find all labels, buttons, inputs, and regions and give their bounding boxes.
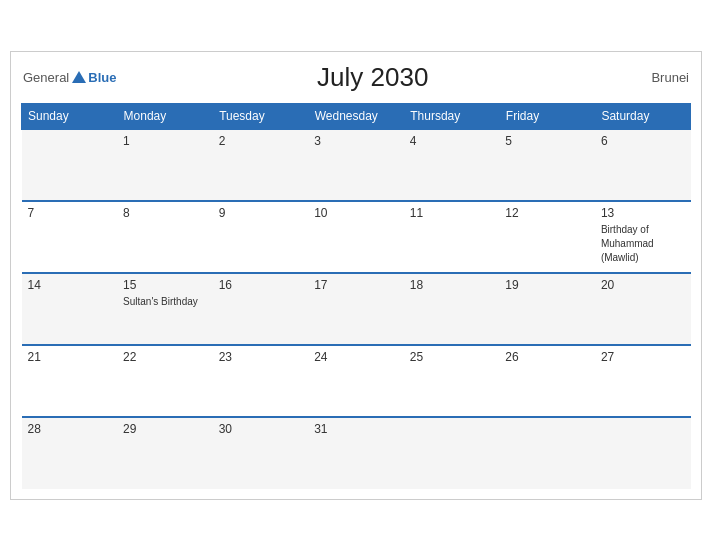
day-number: 24 bbox=[314, 350, 398, 364]
day-number: 25 bbox=[410, 350, 494, 364]
day-number: 12 bbox=[505, 206, 589, 220]
col-friday: Friday bbox=[499, 103, 595, 129]
table-row: 11 bbox=[404, 201, 500, 273]
logo-general-text: General bbox=[23, 70, 69, 85]
day-number: 11 bbox=[410, 206, 494, 220]
day-number: 20 bbox=[601, 278, 685, 292]
table-row bbox=[22, 129, 118, 201]
col-tuesday: Tuesday bbox=[213, 103, 309, 129]
calendar-header: General Blue July 2030 Brunei bbox=[21, 62, 691, 93]
day-number: 17 bbox=[314, 278, 398, 292]
day-number: 15 bbox=[123, 278, 207, 292]
day-number: 14 bbox=[28, 278, 112, 292]
table-row: 29 bbox=[117, 417, 213, 489]
table-row: 12 bbox=[499, 201, 595, 273]
calendar-week-row: 21222324252627 bbox=[22, 345, 691, 417]
table-row: 22 bbox=[117, 345, 213, 417]
table-row bbox=[499, 417, 595, 489]
calendar-week-row: 78910111213Birthday of Muhammad (Mawlid) bbox=[22, 201, 691, 273]
table-row: 2 bbox=[213, 129, 309, 201]
table-row: 13Birthday of Muhammad (Mawlid) bbox=[595, 201, 691, 273]
calendar-week-row: 1415Sultan's Birthday1617181920 bbox=[22, 273, 691, 345]
day-number: 4 bbox=[410, 134, 494, 148]
event-text: Birthday of Muhammad (Mawlid) bbox=[601, 224, 654, 263]
table-row: 23 bbox=[213, 345, 309, 417]
col-saturday: Saturday bbox=[595, 103, 691, 129]
logo: General Blue bbox=[23, 70, 116, 85]
day-number: 1 bbox=[123, 134, 207, 148]
day-number: 9 bbox=[219, 206, 303, 220]
day-number: 7 bbox=[28, 206, 112, 220]
table-row: 9 bbox=[213, 201, 309, 273]
calendar-container: General Blue July 2030 Brunei Sunday Mon… bbox=[10, 51, 702, 500]
table-row: 16 bbox=[213, 273, 309, 345]
day-number: 6 bbox=[601, 134, 685, 148]
table-row: 17 bbox=[308, 273, 404, 345]
calendar-week-row: 28293031 bbox=[22, 417, 691, 489]
day-number: 22 bbox=[123, 350, 207, 364]
table-row: 31 bbox=[308, 417, 404, 489]
country-name: Brunei bbox=[629, 70, 689, 85]
day-number: 23 bbox=[219, 350, 303, 364]
day-number: 16 bbox=[219, 278, 303, 292]
table-row: 24 bbox=[308, 345, 404, 417]
table-row: 14 bbox=[22, 273, 118, 345]
day-number: 8 bbox=[123, 206, 207, 220]
table-row bbox=[404, 417, 500, 489]
table-row: 28 bbox=[22, 417, 118, 489]
day-number: 3 bbox=[314, 134, 398, 148]
day-number: 5 bbox=[505, 134, 589, 148]
calendar-week-row: 123456 bbox=[22, 129, 691, 201]
table-row: 18 bbox=[404, 273, 500, 345]
day-number: 26 bbox=[505, 350, 589, 364]
table-row: 4 bbox=[404, 129, 500, 201]
day-number: 19 bbox=[505, 278, 589, 292]
calendar-body: 12345678910111213Birthday of Muhammad (M… bbox=[22, 129, 691, 489]
day-number: 2 bbox=[219, 134, 303, 148]
table-row: 7 bbox=[22, 201, 118, 273]
day-number: 28 bbox=[28, 422, 112, 436]
table-row: 30 bbox=[213, 417, 309, 489]
col-thursday: Thursday bbox=[404, 103, 500, 129]
table-row: 6 bbox=[595, 129, 691, 201]
weekday-header-row: Sunday Monday Tuesday Wednesday Thursday… bbox=[22, 103, 691, 129]
day-number: 10 bbox=[314, 206, 398, 220]
table-row: 19 bbox=[499, 273, 595, 345]
table-row: 15Sultan's Birthday bbox=[117, 273, 213, 345]
table-row: 8 bbox=[117, 201, 213, 273]
day-number: 30 bbox=[219, 422, 303, 436]
table-row: 5 bbox=[499, 129, 595, 201]
day-number: 18 bbox=[410, 278, 494, 292]
col-wednesday: Wednesday bbox=[308, 103, 404, 129]
day-number: 27 bbox=[601, 350, 685, 364]
day-number: 13 bbox=[601, 206, 685, 220]
table-row: 1 bbox=[117, 129, 213, 201]
table-row: 27 bbox=[595, 345, 691, 417]
logo-blue-text: Blue bbox=[88, 70, 116, 85]
calendar-title: July 2030 bbox=[116, 62, 629, 93]
calendar-grid: Sunday Monday Tuesday Wednesday Thursday… bbox=[21, 103, 691, 489]
day-number: 29 bbox=[123, 422, 207, 436]
table-row: 3 bbox=[308, 129, 404, 201]
table-row: 20 bbox=[595, 273, 691, 345]
logo-triangle-icon bbox=[72, 71, 86, 83]
day-number: 21 bbox=[28, 350, 112, 364]
table-row: 26 bbox=[499, 345, 595, 417]
table-row bbox=[595, 417, 691, 489]
table-row: 10 bbox=[308, 201, 404, 273]
table-row: 21 bbox=[22, 345, 118, 417]
event-text: Sultan's Birthday bbox=[123, 296, 198, 307]
col-monday: Monday bbox=[117, 103, 213, 129]
table-row: 25 bbox=[404, 345, 500, 417]
day-number: 31 bbox=[314, 422, 398, 436]
col-sunday: Sunday bbox=[22, 103, 118, 129]
